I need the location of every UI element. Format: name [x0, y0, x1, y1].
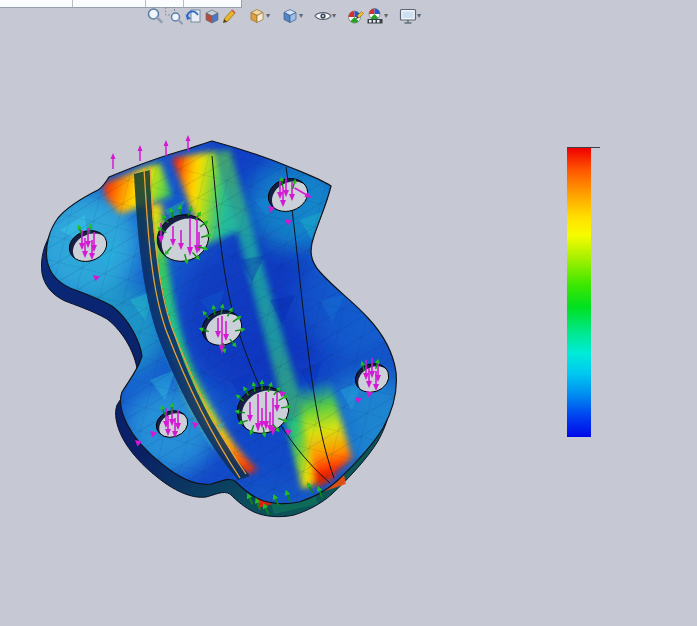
previous-view-button[interactable] — [183, 6, 202, 27]
view-orientation-button[interactable] — [280, 6, 299, 27]
zoom-to-fit-icon — [145, 6, 164, 26]
legend-top-tick — [567, 147, 600, 148]
view-settings-icon — [398, 6, 417, 26]
color-legend — [566, 112, 676, 457]
apply-scene-dropdown-caret[interactable]: ▾ — [384, 12, 389, 20]
heads-up-view-toolbar: ▾ ▾ ▾ ▾ — [145, 4, 424, 28]
dynamic-annotation-views-button[interactable] — [221, 6, 240, 27]
zoom-to-fit-button[interactable] — [145, 6, 164, 27]
hide-show-items-dropdown-caret[interactable]: ▾ — [332, 12, 337, 20]
display-style-button[interactable] — [247, 6, 266, 27]
zoom-to-area-button[interactable] — [164, 6, 183, 27]
previous-view-icon — [183, 6, 202, 26]
zoom-to-area-icon — [164, 6, 183, 26]
view-settings-button[interactable] — [398, 6, 417, 27]
view-settings-dropdown-caret[interactable]: ▾ — [417, 12, 422, 20]
legend-color-bar — [567, 148, 591, 437]
section-view-button[interactable] — [202, 6, 221, 27]
apply-scene-icon — [365, 6, 384, 26]
edit-appearance-icon — [346, 6, 365, 26]
edit-appearance-button[interactable] — [346, 6, 365, 27]
view-orientation-icon — [280, 6, 299, 26]
hide-show-items-button[interactable] — [313, 6, 332, 27]
dynamic-annotation-views-icon — [221, 6, 240, 26]
apply-scene-button[interactable] — [365, 6, 384, 27]
display-style-dropdown-caret[interactable]: ▾ — [266, 12, 271, 20]
solidworks-viewport-screenshot: { "toolbar": { "buttons": ["zoom-to-fit"… — [0, 0, 697, 626]
view-orientation-dropdown-caret[interactable]: ▾ — [299, 12, 304, 20]
section-view-icon — [202, 6, 221, 26]
hide-show-items-icon — [313, 6, 332, 26]
display-style-icon — [247, 6, 266, 26]
